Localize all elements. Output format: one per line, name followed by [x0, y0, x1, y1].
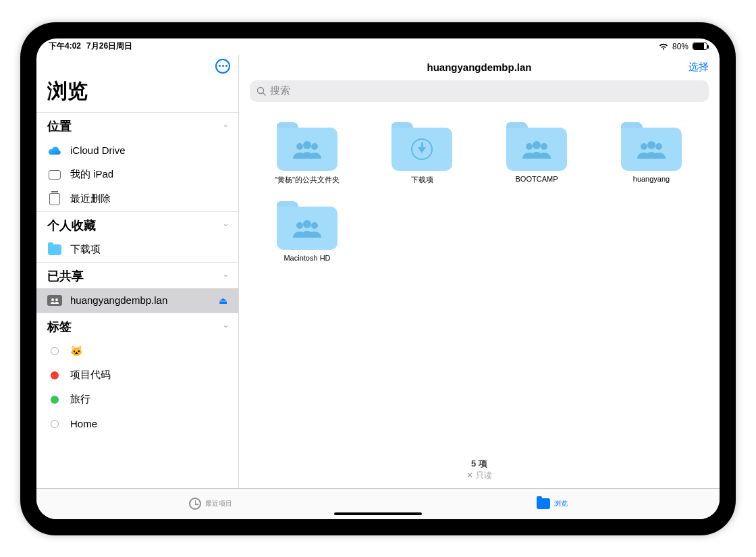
screen: 下午4:02 7月26日周日 80% 浏览 位置	[36, 38, 720, 519]
tag-dot-icon	[51, 371, 59, 379]
sidebar-item-ipad[interactable]: 我的 iPad	[36, 163, 238, 187]
svg-point-13	[296, 222, 303, 229]
shared-folder-icon	[292, 219, 323, 238]
search-placeholder: 搜索	[270, 84, 290, 97]
tag-dot-icon	[51, 347, 59, 355]
folder-item[interactable]: "黄杨"的公共文件夹	[255, 122, 359, 185]
status-bar: 下午4:02 7月26日周日 80%	[36, 38, 720, 55]
tag-dot-icon	[51, 420, 59, 428]
status-time: 下午4:02	[49, 41, 81, 52]
svg-point-5	[303, 141, 311, 149]
svg-point-9	[541, 143, 547, 150]
select-button[interactable]: 选择	[688, 61, 709, 74]
sidebar-tag-2[interactable]: 旅行	[36, 388, 238, 412]
folder-item[interactable]: Macintosh HD	[255, 201, 359, 262]
svg-point-4	[296, 143, 303, 150]
sidebar-tag-3[interactable]: Home	[36, 412, 238, 436]
tab-browse[interactable]: 浏览	[537, 498, 568, 509]
eject-icon[interactable]: ⏏	[219, 295, 227, 306]
chevron-down-icon: ›	[221, 223, 231, 226]
sidebar-tag-0[interactable]: 🐱	[36, 339, 238, 363]
home-indicator[interactable]	[334, 512, 422, 515]
svg-point-1	[55, 298, 58, 301]
browse-title: 浏览	[36, 74, 238, 112]
shared-folder-icon	[636, 140, 667, 159]
svg-point-7	[526, 143, 533, 150]
sidebar-item-icloud[interactable]: iCloud Drive	[36, 138, 238, 163]
battery-icon	[693, 43, 707, 50]
svg-point-15	[311, 222, 318, 229]
page-title: huangyangdembp.lan	[239, 61, 720, 73]
shared-folder-icon	[521, 140, 552, 159]
battery-percent: 80%	[672, 42, 688, 51]
lock-icon: ✕	[466, 471, 473, 480]
sidebar: 浏览 位置 › iCloud Drive 我的 iPad 最近删除	[36, 55, 239, 488]
folder-icon	[47, 244, 62, 255]
ipad-icon	[47, 170, 62, 180]
search-icon	[256, 86, 266, 96]
search-input[interactable]: 搜索	[250, 80, 709, 102]
section-favorites-header[interactable]: 个人收藏 ›	[36, 211, 238, 238]
main-panel: huangyangdembp.lan 选择 搜索 "黄杨"的公共文件夹 下载项	[239, 55, 720, 488]
folder-icon	[537, 498, 550, 509]
ipad-frame: 下午4:02 7月26日周日 80% 浏览 位置	[20, 22, 736, 535]
file-grid: "黄杨"的公共文件夹 下载项 BOOTCAMP huangyang	[239, 109, 720, 454]
svg-point-6	[311, 143, 318, 150]
footer-status: 5 项 ✕只读	[239, 454, 720, 488]
tab-recent[interactable]: 最近项目	[189, 498, 232, 510]
sidebar-item-server[interactable]: huangyangdembp.lan ⏏	[36, 288, 238, 313]
svg-point-14	[303, 220, 311, 228]
folder-item[interactable]: BOOTCAMP	[485, 122, 589, 185]
chevron-down-icon: ›	[221, 124, 231, 127]
folder-item[interactable]: huangyang	[599, 122, 703, 185]
svg-point-12	[655, 143, 662, 150]
server-icon	[47, 295, 62, 306]
sidebar-item-trash[interactable]: 最近删除	[36, 187, 238, 211]
section-tags-header[interactable]: 标签 ›	[36, 313, 238, 339]
chevron-down-icon: ›	[221, 325, 231, 327]
more-button[interactable]	[215, 59, 230, 74]
sidebar-item-downloads[interactable]: 下载项	[36, 238, 238, 262]
section-locations-header[interactable]: 位置 ›	[36, 112, 238, 138]
sidebar-tag-1[interactable]: 项目代码	[36, 363, 238, 388]
section-shared-header[interactable]: 已共享 ›	[36, 262, 238, 288]
chevron-down-icon: ›	[221, 274, 231, 277]
wifi-icon	[659, 43, 668, 50]
svg-point-8	[533, 141, 541, 149]
trash-icon	[47, 193, 62, 205]
svg-point-11	[647, 141, 655, 149]
clock-icon	[189, 498, 201, 510]
shared-folder-icon	[292, 140, 323, 159]
svg-point-10	[641, 143, 647, 150]
svg-point-0	[51, 298, 54, 301]
tag-dot-icon	[51, 396, 59, 404]
download-folder-icon	[411, 138, 433, 160]
cloud-icon	[47, 146, 62, 155]
status-date: 7月26日周日	[86, 41, 132, 52]
folder-item[interactable]: 下载项	[370, 122, 474, 185]
svg-line-3	[263, 92, 266, 95]
